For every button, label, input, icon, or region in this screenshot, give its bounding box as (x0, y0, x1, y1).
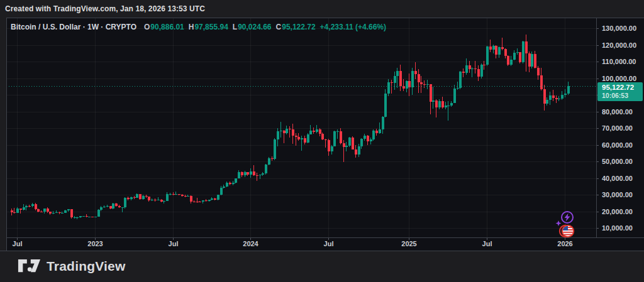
bar-countdown: 10:06:53 (602, 92, 643, 99)
chart-background (6, 18, 644, 251)
us-flag-event-icon[interactable] (560, 225, 574, 237)
change-value: +4,233.11 (+4.66%) (320, 23, 386, 31)
price-axis-label: 110,000.00 (602, 58, 636, 65)
price-axis-label: 30,000.00 (602, 191, 633, 198)
time-axis-label: 2024 (243, 240, 258, 247)
price-axis[interactable]: 95,122.72 10:06:53 130,000.00120,000.001… (596, 18, 644, 237)
symbol-title: Bitcoin / U.S. Dollar · 1W · CRYPTO (11, 23, 136, 31)
time-axis-label: Jul (324, 240, 334, 247)
price-axis-label: 10,000.00 (602, 224, 633, 232)
tradingview-snapshot: Created with TradingView.com, Jan 18, 20… (0, 0, 644, 282)
ohlc-open: O90,886.01 (144, 23, 184, 31)
ohlc-close: C95,122.72 (276, 23, 316, 31)
price-axis-label: 130,000.00 (602, 24, 636, 32)
time-axis-label: Jul (13, 240, 23, 247)
tradingview-logo[interactable] (18, 258, 41, 274)
price-axis-label: 70,000.00 (602, 124, 633, 132)
ohlc-high: H97,855.94 (189, 23, 228, 31)
symbol-legend: Bitcoin / U.S. Dollar · 1W · CRYPTO O90,… (11, 23, 386, 31)
brand-name[interactable]: TradingView (47, 259, 126, 274)
ohlc-low: L90,024.66 (233, 23, 272, 31)
price-axis-label: 80,000.00 (602, 108, 633, 116)
price-axis-label: 50,000.00 (602, 158, 633, 165)
time-axis-label: Jul (169, 240, 179, 247)
time-axis-label: 2025 (401, 240, 416, 247)
time-axis-label: 2023 (87, 240, 103, 247)
attribution-text: Created with TradingView.com, Jan 18, 20… (5, 4, 205, 13)
footer-bar: TradingView (0, 251, 644, 282)
current-price: 95,122.72 (602, 84, 643, 92)
time-axis-label: 2026 (557, 240, 572, 247)
price-axis-label: 20,000.00 (602, 208, 633, 215)
price-axis-label: 60,000.00 (602, 141, 633, 149)
price-axis-label: 120,000.00 (602, 41, 636, 49)
price-axis-label: 40,000.00 (602, 175, 633, 182)
time-axis[interactable]: Jul2023Jul2024Jul2025Jul2026 (0, 237, 644, 251)
time-axis-label: Jul (482, 240, 492, 247)
chart-markers (553, 209, 581, 240)
lightning-alert-icon[interactable] (556, 212, 574, 226)
price-axis-label: 100,000.00 (602, 75, 636, 82)
attribution-bar: Created with TradingView.com, Jan 18, 20… (0, 0, 644, 18)
current-price-badge[interactable]: 95,122.72 10:06:53 (597, 82, 643, 101)
